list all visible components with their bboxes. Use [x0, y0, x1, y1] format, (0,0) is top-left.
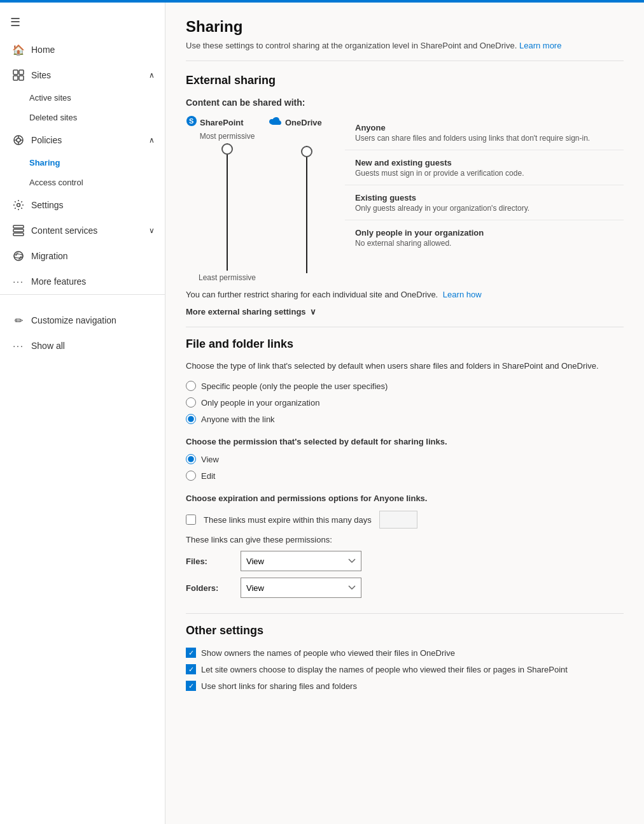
other-settings-section: Other settings ✓ Show owners the names o… [186, 624, 624, 691]
let-site-owners-checkbox[interactable]: ✓ [186, 664, 196, 674]
svg-rect-2 [13, 76, 18, 80]
show-owners-checkbox[interactable]: ✓ [186, 648, 196, 658]
customize-nav-icon: ✏ [12, 314, 25, 327]
radio-anyone-link[interactable]: Anyone with the link [186, 414, 624, 424]
view-label: View [201, 455, 219, 464]
short-links-label: Use short links for sharing files and fo… [201, 681, 357, 691]
sites-icon [12, 69, 25, 82]
svg-rect-1 [19, 70, 24, 75]
onedrive-label: OneDrive [285, 118, 322, 127]
anyone-link-radio[interactable] [186, 414, 196, 424]
main-content: Sharing Use these settings to control sh… [165, 3, 644, 824]
show-all-icon: ··· [12, 339, 25, 352]
sidebar-item-deleted-sites[interactable]: Deleted sites [0, 108, 165, 127]
sidebar-item-show-all[interactable]: ··· Show all [0, 333, 165, 359]
checkbox-short-links[interactable]: ✓ Use short links for sharing files and … [186, 681, 624, 691]
sp-slider[interactable]: Most permissive Least permissive [186, 132, 269, 282]
sidebar-item-more-features[interactable]: ··· More features [0, 269, 165, 294]
view-radio[interactable] [186, 454, 196, 464]
show-owners-label: Show owners the names of people who view… [201, 648, 455, 658]
sp-thumb[interactable] [221, 143, 233, 155]
learn-more-link[interactable]: Learn more [519, 41, 561, 50]
option-anyone-title: Anyone [355, 123, 624, 132]
sidebar-divider [0, 294, 165, 295]
sharepoint-header: S SharePoint [186, 115, 269, 129]
let-site-owners-label: Let site owners choose to display the na… [201, 665, 568, 674]
perm-question-label: Choose the permission that's selected by… [186, 437, 624, 446]
sharepoint-label: SharePoint [200, 118, 244, 127]
sliders-body: Most permissive Least permissive [186, 132, 345, 282]
sidebar: ☰ 🏠 Home Sites ∧ Active sites Deleted si… [0, 3, 165, 824]
page-subtitle: Use these settings to control sharing at… [186, 41, 624, 50]
sidebar-item-customize-nav[interactable]: ✏ Customize navigation [0, 308, 165, 333]
files-perm-row: Files: View View and edit View, edit, an… [186, 551, 624, 571]
radio-edit[interactable]: Edit [186, 471, 624, 481]
settings-icon [12, 199, 25, 211]
checkbox-show-owners[interactable]: ✓ Show owners the names of people who vi… [186, 648, 624, 658]
expire-checkbox[interactable] [186, 515, 196, 525]
short-links-checkbox[interactable]: ✓ [186, 681, 196, 691]
more-settings-chevron-icon: ∨ [310, 307, 316, 316]
checkbox-let-site-owners[interactable]: ✓ Let site owners choose to display the … [186, 664, 624, 674]
policies-icon [12, 134, 25, 146]
sidebar-item-sites[interactable]: Sites ∧ [0, 62, 165, 88]
option-only-org: Only people in your organization No exte… [345, 220, 624, 255]
link-type-radio-group: Specific people (only the people the use… [186, 381, 624, 424]
svg-rect-0 [13, 70, 18, 75]
expiration-row: These links must expire within this many… [186, 511, 624, 529]
option-new-existing-desc: Guests must sign in or provide a verific… [355, 169, 624, 178]
page-title: Sharing [186, 18, 624, 36]
external-sharing-title: External sharing [186, 74, 624, 87]
files-select[interactable]: View View and edit View, edit, and uploa… [241, 551, 361, 571]
folders-label: Folders: [186, 583, 230, 593]
top-bar [0, 0, 644, 3]
learn-how-link[interactable]: Learn how [443, 290, 482, 299]
option-existing-title: Existing guests [355, 193, 624, 202]
svg-text:S: S [189, 117, 193, 125]
option-existing-guests: Existing guests Only guests already in y… [345, 185, 624, 220]
sidebar-label-migration: Migration [31, 251, 68, 261]
hamburger-menu[interactable]: ☰ [0, 8, 165, 37]
edit-label: Edit [201, 471, 215, 481]
sidebar-item-policies[interactable]: Policies ∧ [0, 127, 165, 153]
radio-only-org[interactable]: Only people in your organization [186, 397, 624, 408]
radio-specific-people[interactable]: Specific people (only the people the use… [186, 381, 624, 391]
sidebar-item-migration[interactable]: Migration [0, 243, 165, 269]
more-settings-toggle[interactable]: More external sharing settings ∨ [186, 307, 624, 316]
od-track [306, 146, 307, 273]
edit-radio[interactable] [186, 471, 196, 481]
sliders-area: S SharePoint OneDrive [186, 115, 345, 282]
sidebar-item-sharing[interactable]: Sharing [0, 153, 165, 173]
svg-rect-3 [19, 76, 24, 80]
files-label: Files: [186, 557, 230, 566]
option-anyone: Anyone Users can share files and folders… [345, 115, 624, 150]
folders-perm-row: Folders: View View and edit View, edit, … [186, 578, 624, 598]
sidebar-label-content-services: Content services [31, 225, 97, 236]
file-folder-section: File and folder links Choose the type of… [186, 337, 624, 598]
main-top-divider [186, 60, 624, 61]
content-can-be-shared-label: Content can be shared with: [186, 97, 624, 108]
sidebar-item-settings[interactable]: Settings [0, 192, 165, 218]
expire-days-input[interactable] [379, 511, 417, 529]
option-only-org-desc: No external sharing allowed. [355, 239, 624, 248]
most-permissive-label: Most permissive [200, 132, 255, 141]
folders-select[interactable]: View View and edit View, edit, and uploa… [241, 578, 361, 598]
od-thumb[interactable] [301, 146, 312, 157]
file-folder-title: File and folder links [186, 337, 624, 351]
od-slider[interactable] [269, 132, 345, 282]
sidebar-item-content-services[interactable]: Content services ∨ [0, 218, 165, 243]
sidebar-label-policies: Policies [31, 135, 62, 145]
specific-people-radio[interactable] [186, 381, 196, 391]
content-services-chevron: ∨ [149, 226, 155, 235]
svg-point-10 [17, 204, 20, 207]
only-org-link-label: Only people in your organization [201, 398, 319, 408]
radio-view[interactable]: View [186, 454, 624, 464]
svg-rect-13 [13, 233, 24, 236]
sidebar-item-active-sites[interactable]: Active sites [0, 88, 165, 108]
option-anyone-desc: Users can share files and folders using … [355, 134, 624, 143]
sidebar-item-access-control[interactable]: Access control [0, 173, 165, 192]
sidebar-item-home[interactable]: 🏠 Home [0, 37, 165, 62]
file-folder-divider [186, 327, 624, 327]
sidebar-label-sites: Sites [31, 70, 51, 80]
only-org-radio[interactable] [186, 397, 196, 408]
